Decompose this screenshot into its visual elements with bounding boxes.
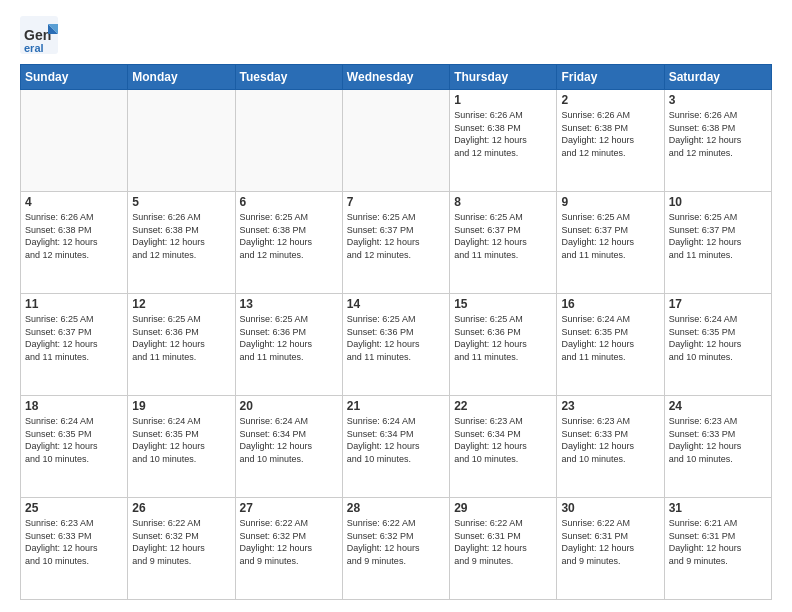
- day-number: 30: [561, 501, 659, 515]
- calendar-day-cell: 13Sunrise: 6:25 AM Sunset: 6:36 PM Dayli…: [235, 294, 342, 396]
- calendar-day-cell: 10Sunrise: 6:25 AM Sunset: 6:37 PM Dayli…: [664, 192, 771, 294]
- calendar-day-cell: 28Sunrise: 6:22 AM Sunset: 6:32 PM Dayli…: [342, 498, 449, 600]
- col-tuesday: Tuesday: [235, 65, 342, 90]
- calendar-day-cell: 5Sunrise: 6:26 AM Sunset: 6:38 PM Daylig…: [128, 192, 235, 294]
- day-info: Sunrise: 6:25 AM Sunset: 6:37 PM Dayligh…: [347, 211, 445, 261]
- page: Gen eral Sunday Monday Tuesday Wednesday…: [0, 0, 792, 612]
- logo: Gen eral: [20, 16, 60, 54]
- calendar-day-cell: [342, 90, 449, 192]
- day-info: Sunrise: 6:25 AM Sunset: 6:36 PM Dayligh…: [454, 313, 552, 363]
- day-number: 6: [240, 195, 338, 209]
- calendar-day-cell: 21Sunrise: 6:24 AM Sunset: 6:34 PM Dayli…: [342, 396, 449, 498]
- col-monday: Monday: [128, 65, 235, 90]
- day-number: 22: [454, 399, 552, 413]
- calendar-week-row: 1Sunrise: 6:26 AM Sunset: 6:38 PM Daylig…: [21, 90, 772, 192]
- calendar-day-cell: 12Sunrise: 6:25 AM Sunset: 6:36 PM Dayli…: [128, 294, 235, 396]
- calendar-day-cell: 16Sunrise: 6:24 AM Sunset: 6:35 PM Dayli…: [557, 294, 664, 396]
- day-info: Sunrise: 6:23 AM Sunset: 6:33 PM Dayligh…: [669, 415, 767, 465]
- calendar-day-cell: 7Sunrise: 6:25 AM Sunset: 6:37 PM Daylig…: [342, 192, 449, 294]
- calendar-day-cell: 18Sunrise: 6:24 AM Sunset: 6:35 PM Dayli…: [21, 396, 128, 498]
- calendar-day-cell: 4Sunrise: 6:26 AM Sunset: 6:38 PM Daylig…: [21, 192, 128, 294]
- day-info: Sunrise: 6:26 AM Sunset: 6:38 PM Dayligh…: [669, 109, 767, 159]
- day-number: 19: [132, 399, 230, 413]
- day-number: 31: [669, 501, 767, 515]
- day-number: 13: [240, 297, 338, 311]
- svg-text:eral: eral: [24, 42, 44, 54]
- calendar-day-cell: 9Sunrise: 6:25 AM Sunset: 6:37 PM Daylig…: [557, 192, 664, 294]
- day-number: 11: [25, 297, 123, 311]
- calendar-day-cell: 29Sunrise: 6:22 AM Sunset: 6:31 PM Dayli…: [450, 498, 557, 600]
- col-friday: Friday: [557, 65, 664, 90]
- day-info: Sunrise: 6:22 AM Sunset: 6:31 PM Dayligh…: [561, 517, 659, 567]
- calendar-day-cell: 6Sunrise: 6:25 AM Sunset: 6:38 PM Daylig…: [235, 192, 342, 294]
- calendar-day-cell: 15Sunrise: 6:25 AM Sunset: 6:36 PM Dayli…: [450, 294, 557, 396]
- day-number: 28: [347, 501, 445, 515]
- col-wednesday: Wednesday: [342, 65, 449, 90]
- day-info: Sunrise: 6:25 AM Sunset: 6:37 PM Dayligh…: [561, 211, 659, 261]
- day-info: Sunrise: 6:24 AM Sunset: 6:35 PM Dayligh…: [669, 313, 767, 363]
- day-info: Sunrise: 6:24 AM Sunset: 6:35 PM Dayligh…: [25, 415, 123, 465]
- day-info: Sunrise: 6:26 AM Sunset: 6:38 PM Dayligh…: [561, 109, 659, 159]
- day-number: 23: [561, 399, 659, 413]
- day-number: 2: [561, 93, 659, 107]
- day-info: Sunrise: 6:25 AM Sunset: 6:37 PM Dayligh…: [25, 313, 123, 363]
- calendar-header-row: Sunday Monday Tuesday Wednesday Thursday…: [21, 65, 772, 90]
- day-number: 7: [347, 195, 445, 209]
- day-number: 4: [25, 195, 123, 209]
- day-info: Sunrise: 6:26 AM Sunset: 6:38 PM Dayligh…: [132, 211, 230, 261]
- calendar-day-cell: 22Sunrise: 6:23 AM Sunset: 6:34 PM Dayli…: [450, 396, 557, 498]
- day-info: Sunrise: 6:22 AM Sunset: 6:31 PM Dayligh…: [454, 517, 552, 567]
- day-info: Sunrise: 6:23 AM Sunset: 6:33 PM Dayligh…: [561, 415, 659, 465]
- calendar-day-cell: 14Sunrise: 6:25 AM Sunset: 6:36 PM Dayli…: [342, 294, 449, 396]
- day-info: Sunrise: 6:25 AM Sunset: 6:38 PM Dayligh…: [240, 211, 338, 261]
- day-number: 10: [669, 195, 767, 209]
- day-number: 24: [669, 399, 767, 413]
- col-saturday: Saturday: [664, 65, 771, 90]
- day-info: Sunrise: 6:25 AM Sunset: 6:37 PM Dayligh…: [669, 211, 767, 261]
- day-number: 17: [669, 297, 767, 311]
- day-number: 16: [561, 297, 659, 311]
- day-info: Sunrise: 6:24 AM Sunset: 6:34 PM Dayligh…: [240, 415, 338, 465]
- day-number: 8: [454, 195, 552, 209]
- calendar-week-row: 25Sunrise: 6:23 AM Sunset: 6:33 PM Dayli…: [21, 498, 772, 600]
- day-number: 26: [132, 501, 230, 515]
- day-number: 29: [454, 501, 552, 515]
- col-sunday: Sunday: [21, 65, 128, 90]
- day-info: Sunrise: 6:22 AM Sunset: 6:32 PM Dayligh…: [347, 517, 445, 567]
- day-number: 12: [132, 297, 230, 311]
- calendar-day-cell: 3Sunrise: 6:26 AM Sunset: 6:38 PM Daylig…: [664, 90, 771, 192]
- calendar-week-row: 18Sunrise: 6:24 AM Sunset: 6:35 PM Dayli…: [21, 396, 772, 498]
- day-info: Sunrise: 6:25 AM Sunset: 6:36 PM Dayligh…: [347, 313, 445, 363]
- calendar-day-cell: [128, 90, 235, 192]
- day-number: 27: [240, 501, 338, 515]
- calendar-day-cell: [21, 90, 128, 192]
- day-info: Sunrise: 6:23 AM Sunset: 6:34 PM Dayligh…: [454, 415, 552, 465]
- calendar-day-cell: 23Sunrise: 6:23 AM Sunset: 6:33 PM Dayli…: [557, 396, 664, 498]
- day-number: 21: [347, 399, 445, 413]
- calendar-day-cell: [235, 90, 342, 192]
- calendar-day-cell: 31Sunrise: 6:21 AM Sunset: 6:31 PM Dayli…: [664, 498, 771, 600]
- day-info: Sunrise: 6:26 AM Sunset: 6:38 PM Dayligh…: [454, 109, 552, 159]
- day-number: 25: [25, 501, 123, 515]
- day-info: Sunrise: 6:26 AM Sunset: 6:38 PM Dayligh…: [25, 211, 123, 261]
- col-thursday: Thursday: [450, 65, 557, 90]
- day-info: Sunrise: 6:21 AM Sunset: 6:31 PM Dayligh…: [669, 517, 767, 567]
- day-info: Sunrise: 6:25 AM Sunset: 6:36 PM Dayligh…: [132, 313, 230, 363]
- day-number: 18: [25, 399, 123, 413]
- calendar-week-row: 4Sunrise: 6:26 AM Sunset: 6:38 PM Daylig…: [21, 192, 772, 294]
- day-info: Sunrise: 6:23 AM Sunset: 6:33 PM Dayligh…: [25, 517, 123, 567]
- calendar-day-cell: 19Sunrise: 6:24 AM Sunset: 6:35 PM Dayli…: [128, 396, 235, 498]
- day-number: 3: [669, 93, 767, 107]
- day-info: Sunrise: 6:24 AM Sunset: 6:35 PM Dayligh…: [132, 415, 230, 465]
- calendar-day-cell: 27Sunrise: 6:22 AM Sunset: 6:32 PM Dayli…: [235, 498, 342, 600]
- day-number: 5: [132, 195, 230, 209]
- day-info: Sunrise: 6:24 AM Sunset: 6:34 PM Dayligh…: [347, 415, 445, 465]
- calendar-day-cell: 24Sunrise: 6:23 AM Sunset: 6:33 PM Dayli…: [664, 396, 771, 498]
- day-number: 20: [240, 399, 338, 413]
- header: Gen eral: [20, 16, 772, 54]
- calendar-day-cell: 30Sunrise: 6:22 AM Sunset: 6:31 PM Dayli…: [557, 498, 664, 600]
- calendar-week-row: 11Sunrise: 6:25 AM Sunset: 6:37 PM Dayli…: [21, 294, 772, 396]
- day-number: 9: [561, 195, 659, 209]
- day-number: 14: [347, 297, 445, 311]
- day-info: Sunrise: 6:24 AM Sunset: 6:35 PM Dayligh…: [561, 313, 659, 363]
